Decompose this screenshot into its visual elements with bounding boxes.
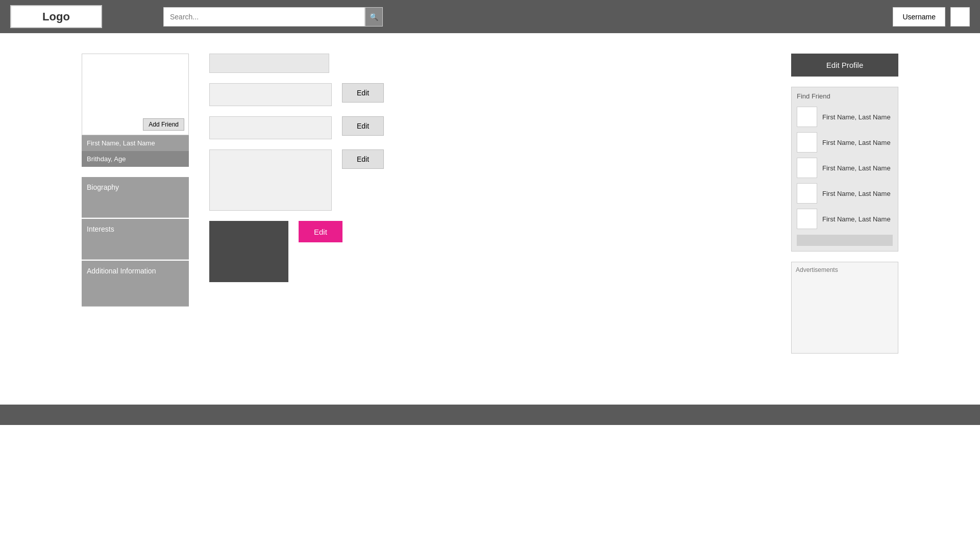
field-1: [209, 83, 332, 106]
friend-avatar-1: [797, 132, 817, 153]
edit-button-2[interactable]: Edit: [342, 116, 384, 136]
profile-name-text: First Name, Last Name: [87, 139, 155, 147]
edit-label-1: Edit: [357, 89, 369, 97]
content-row-3: Edit: [209, 149, 771, 211]
header: Logo 🔍 Username: [0, 0, 980, 33]
profile-birthday: Brithday, Age: [82, 151, 189, 167]
biography-label: Biography: [87, 183, 119, 191]
additional-label: Additional Information: [87, 267, 156, 275]
logo: Logo: [10, 5, 102, 28]
friend-name-0: First Name, Last Name: [822, 113, 891, 121]
advertisements-box: Advertisements: [791, 262, 898, 354]
find-friend-box: Find Friend First Name, Last Name First …: [791, 87, 898, 252]
right-sidebar: Edit Profile Find Friend First Name, Las…: [791, 54, 898, 354]
content-row-2: Edit: [209, 116, 771, 139]
edit-profile-label: Edit Profile: [826, 61, 864, 69]
friend-item-2: First Name, Last Name: [797, 155, 893, 181]
find-friend-title: Find Friend: [797, 92, 893, 100]
friend-avatar-4: [797, 209, 817, 229]
field-3-tall: [209, 149, 332, 211]
friend-item-3: First Name, Last Name: [797, 181, 893, 206]
header-right: Username: [893, 7, 970, 27]
sidebar-biography: Biography: [82, 177, 189, 218]
profile-name: First Name, Last Name: [82, 135, 189, 151]
friend-avatar-0: [797, 107, 817, 127]
main-content: Add Friend First Name, Last Name Brithda…: [0, 33, 980, 374]
edit-pink-label: Edit: [314, 228, 327, 236]
left-sidebar: Add Friend First Name, Last Name Brithda…: [82, 54, 189, 308]
add-friend-label: Add Friend: [149, 121, 179, 128]
friend-name-3: First Name, Last Name: [822, 190, 891, 197]
find-friend-title-text: Find Friend: [797, 92, 830, 100]
sidebar-additional: Additional Information: [82, 261, 189, 307]
search-input[interactable]: [163, 7, 365, 27]
ads-title-text: Advertisements: [796, 266, 838, 273]
friend-name-4: First Name, Last Name: [822, 215, 891, 223]
friend-name-1: First Name, Last Name: [822, 139, 891, 146]
search-button[interactable]: 🔍: [365, 7, 383, 27]
media-thumbnail: [209, 221, 288, 282]
footer: [0, 405, 980, 425]
sidebar-interests: Interests: [82, 219, 189, 260]
media-row: Edit: [209, 221, 771, 282]
search-icon: 🔍: [370, 13, 378, 21]
edit-button-3[interactable]: Edit: [342, 149, 384, 169]
sidebar-sections: Biography Interests Additional Informati…: [82, 177, 189, 307]
username-label: Username: [902, 13, 936, 21]
username-button[interactable]: Username: [893, 7, 945, 27]
field-2: [209, 116, 332, 139]
edit-button-1[interactable]: Edit: [342, 83, 384, 103]
edit-profile-button[interactable]: Edit Profile: [791, 54, 898, 77]
birthday-text: Brithday, Age: [87, 155, 126, 163]
friend-item-0: First Name, Last Name: [797, 104, 893, 130]
profile-name-bar: [209, 54, 329, 73]
search-area: 🔍: [163, 7, 383, 27]
header-icon-button[interactable]: [950, 7, 970, 27]
ads-title: Advertisements: [796, 266, 894, 273]
friend-item-4: First Name, Last Name: [797, 206, 893, 232]
profile-photo: Add Friend: [82, 54, 189, 135]
edit-label-2: Edit: [357, 122, 369, 130]
friend-name-2: First Name, Last Name: [822, 164, 891, 172]
find-friend-footer: [797, 235, 893, 246]
friend-item-1: First Name, Last Name: [797, 130, 893, 155]
interests-label: Interests: [87, 225, 114, 233]
logo-text: Logo: [42, 10, 70, 23]
edit-button-pink[interactable]: Edit: [299, 221, 342, 242]
center-content: Edit Edit Edit Edit: [209, 54, 771, 282]
edit-label-3: Edit: [357, 155, 369, 163]
content-row-1: Edit: [209, 83, 771, 106]
friend-avatar-3: [797, 183, 817, 204]
add-friend-button[interactable]: Add Friend: [143, 118, 184, 131]
friend-avatar-2: [797, 158, 817, 178]
